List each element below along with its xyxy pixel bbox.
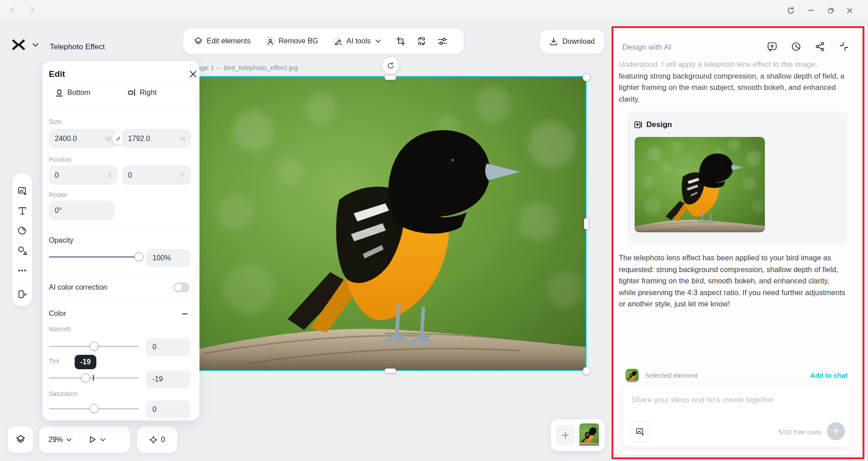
selection-handle-top-right[interactable] (583, 74, 590, 81)
preview-play-icon[interactable] (88, 435, 97, 444)
chevron-down-icon[interactable] (66, 438, 71, 442)
layers-diamond-icon (194, 37, 203, 46)
link-dimensions-icon[interactable] (113, 133, 123, 144)
collapse-panel-icon[interactable] (839, 42, 849, 52)
selected-element-thumbnail (626, 369, 639, 382)
edit-panel: Edit Bottom Right Size 2400.0 W 1792.0 H (43, 61, 199, 420)
remove-bg-button[interactable]: Remove BG (266, 37, 318, 46)
page-thumbnail[interactable] (579, 423, 600, 447)
adjust-sliders-icon[interactable] (438, 37, 447, 46)
design-result-thumbnail[interactable] (635, 137, 765, 232)
zoom-and-preview-bar: 29% (39, 426, 130, 453)
edit-elements-button[interactable]: Edit elements (194, 37, 251, 46)
zoom-level[interactable]: 29% (48, 436, 63, 444)
credits-count: 0 (161, 436, 165, 444)
ai-panel-title: Design with AI (622, 43, 671, 52)
share-icon[interactable] (815, 42, 825, 52)
saturation-label: Saturation (49, 390, 78, 397)
position-x-field[interactable]: 0 X (49, 165, 118, 185)
canvas-size-icon[interactable] (14, 284, 30, 304)
app-menu[interactable] (12, 39, 38, 51)
layers-button[interactable] (8, 426, 33, 453)
position-y-field[interactable]: 0 Y (122, 165, 191, 185)
replace-icon[interactable] (417, 37, 426, 46)
tint-center-tick (93, 375, 94, 381)
color-section-label: Color (49, 310, 66, 318)
refresh-icon[interactable] (785, 5, 796, 16)
capcut-logo-icon (12, 39, 25, 51)
align-bottom-icon (56, 89, 63, 97)
add-page-button[interactable] (556, 425, 575, 446)
selected-element-row: Selected element Add to chat (626, 369, 848, 382)
height-suffix: H (180, 135, 185, 142)
new-chat-icon[interactable] (767, 42, 777, 52)
chat-input[interactable] (631, 395, 840, 405)
attach-image-button[interactable] (630, 421, 650, 442)
selected-element-label: Selected element (645, 372, 697, 379)
align-bottom-button[interactable]: Bottom (56, 89, 90, 97)
opacity-slider-knob[interactable] (134, 252, 143, 261)
width-field[interactable]: 2400.0 W (49, 129, 118, 148)
selection-handle-bottom[interactable] (384, 368, 396, 373)
download-label: Download (562, 38, 594, 46)
close-icon[interactable] (188, 69, 198, 79)
align-right-button[interactable]: Right (128, 89, 157, 97)
add-to-chat-button[interactable]: Add to chat (811, 372, 848, 379)
warmth-label: Warmth (49, 325, 71, 333)
selection-handle-right[interactable] (584, 218, 589, 230)
crop-icon[interactable] (396, 37, 405, 46)
more-tools-icon[interactable] (14, 260, 30, 280)
nav-forward-icon[interactable] (27, 5, 38, 15)
warmth-slider-knob[interactable] (90, 342, 99, 351)
opacity-slider[interactable] (49, 256, 139, 258)
canvas-image[interactable] (194, 77, 586, 370)
credits-button[interactable]: 0 (137, 426, 177, 453)
ai-message-intro-rest: featuring strong background compression,… (619, 72, 844, 103)
ai-color-correction-toggle[interactable] (173, 282, 190, 292)
opacity-value-box[interactable]: 100% (146, 249, 191, 267)
height-field[interactable]: 1792.0 H (122, 129, 191, 148)
design-card-icon (634, 121, 642, 129)
history-icon[interactable] (791, 42, 801, 52)
send-button[interactable] (827, 422, 845, 440)
collapse-minus-icon[interactable] (182, 313, 188, 315)
nav-back-icon[interactable] (7, 5, 18, 15)
tint-slider-knob[interactable] (81, 373, 90, 382)
chevron-down-icon (375, 39, 381, 43)
edit-elements-label: Edit elements (207, 37, 251, 45)
saturation-value-box[interactable]: 0 (146, 400, 191, 419)
chevron-down-icon[interactable] (100, 438, 105, 442)
warmth-value-box[interactable]: 0 (146, 338, 191, 356)
text-tool-icon[interactable] (14, 201, 30, 221)
rotate-field[interactable]: 0° (49, 201, 114, 220)
shapes-icon[interactable] (14, 240, 30, 260)
opacity-label: Opacity (49, 236, 73, 245)
opacity-value: 100% (152, 254, 171, 262)
width-suffix: W (105, 135, 112, 142)
selection-handle-top[interactable] (384, 75, 396, 80)
download-button[interactable]: Download (540, 30, 604, 53)
window-titlebar (0, 0, 868, 20)
align-bottom-label: Bottom (67, 89, 90, 97)
titlebar-separator (800, 6, 800, 14)
ai-tools-button[interactable]: AI tools (333, 37, 381, 46)
position-x-value: 0 (55, 171, 59, 179)
rotate-label: Rotate (49, 191, 67, 198)
ai-message-intro: Understood. I will apply a telephoto len… (619, 59, 848, 105)
saturation-slider-knob[interactable] (90, 404, 99, 413)
maximize-icon[interactable] (825, 5, 836, 16)
sticker-icon[interactable] (14, 221, 30, 240)
saturation-value: 0 (152, 405, 157, 414)
regenerate-button[interactable] (382, 57, 398, 74)
add-image-icon[interactable] (14, 181, 30, 201)
selection-handle-bottom-right[interactable] (583, 367, 590, 375)
design-card: Design (627, 111, 848, 243)
minimize-icon[interactable] (806, 5, 816, 16)
edit-panel-title: Edit (49, 69, 65, 79)
warmth-value: 0 (152, 343, 157, 351)
sparkle-icon (149, 436, 157, 444)
close-window-icon[interactable] (844, 5, 855, 16)
tint-value-box[interactable]: -19 (146, 370, 191, 388)
project-title: Telephoto Effect (50, 42, 105, 52)
tint-tooltip-value: -19 (80, 358, 90, 366)
